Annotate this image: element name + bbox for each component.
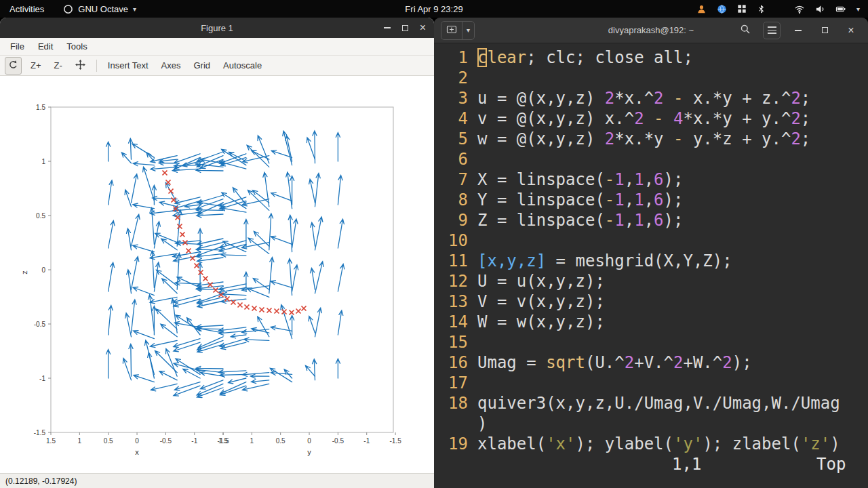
cursor-position: 1,1 <box>672 454 701 474</box>
zoom-out-button[interactable]: Z- <box>50 58 66 73</box>
terminal-line: 7X = linspace(-1,1,6); <box>438 169 868 190</box>
figure-menubar: File Edit Tools <box>0 38 434 56</box>
menu-tools[interactable]: Tools <box>60 40 93 53</box>
terminal-line: 18quiver3(x,y,z,U./Umag,V./Umag,W./Umag <box>438 393 868 413</box>
tick-label: 1.5 <box>218 437 228 445</box>
figure-titlebar[interactable]: Figure 1 × <box>0 18 434 38</box>
app-menu[interactable]: GNU Octave ▾ <box>63 4 136 14</box>
insert-text-button[interactable]: Insert Text <box>104 58 153 73</box>
autoscale-button[interactable]: Autoscale <box>219 58 266 73</box>
quiver-arrows <box>106 131 344 397</box>
terminal-line: 9Z = linspace(-1,1,6); <box>438 210 868 230</box>
terminal-line: 15 <box>438 332 868 352</box>
tick-label: -1 <box>191 437 197 445</box>
tick-label: -1.5 <box>34 429 46 436</box>
chevron-down-icon: ▾ <box>133 5 136 13</box>
terminal-headerbar[interactable]: ▾ divyaprakash@192: ~ × <box>434 18 868 43</box>
tick-label: -0.5 <box>34 321 46 328</box>
close-button[interactable]: × <box>842 22 860 39</box>
top-bar: Activities GNU Octave ▾ Fri Apr 9 23:29 <box>0 0 868 18</box>
scroll-position: Top <box>816 454 846 474</box>
system-menu-chevron-icon[interactable]: ▾ <box>856 5 860 13</box>
new-tab-button[interactable] <box>441 22 462 39</box>
tick-label: -0.5 <box>332 437 344 445</box>
terminal-line: 8Y = linspace(-1,1,6); <box>438 190 868 210</box>
tick-label: 1.5 <box>46 437 56 445</box>
terminal-line: 6 <box>438 149 868 169</box>
octave-app-icon <box>63 4 73 14</box>
terminal-line: 16Umag = sqrt(U.^2+V.^2+W.^2); <box>438 352 868 373</box>
tick-label: -1 <box>363 437 370 445</box>
user-indicator-icon[interactable] <box>696 4 707 14</box>
close-button[interactable]: × <box>420 22 426 33</box>
bluetooth-icon[interactable] <box>757 4 766 14</box>
menu-button[interactable] <box>763 22 781 39</box>
minimize-button[interactable] <box>789 22 807 39</box>
tab-list-chevron-icon[interactable]: ▾ <box>462 22 474 39</box>
activities-button[interactable]: Activities <box>9 4 44 14</box>
tick-label: 1 <box>78 437 82 445</box>
minimize-button[interactable] <box>384 27 391 28</box>
clock[interactable]: Fri Apr 9 23:29 <box>405 4 462 14</box>
hamburger-icon <box>768 26 776 34</box>
terminal-line: 12U = u(x,y,z); <box>438 271 868 291</box>
maximize-button[interactable] <box>402 25 408 31</box>
plot-svg[interactable]: 1.510.50-0.5-1-1.51.510.50-0.5-1-1.51.51… <box>0 76 434 473</box>
search-button[interactable] <box>736 22 754 39</box>
window-title: divyaprakash@192: ~ <box>608 25 694 35</box>
grid-button[interactable]: Grid <box>189 58 214 73</box>
terminal-body[interactable]: 1clear; clc; close all;23u = @(x,y,z) 2*… <box>434 43 868 488</box>
tick-label: -0.5 <box>160 437 172 445</box>
window-title: Figure 1 <box>201 23 233 33</box>
terminal-line: 11[x,y,z] = meshgrid(X,Y,Z); <box>438 251 868 271</box>
wifi-icon[interactable] <box>794 4 805 14</box>
tick-label: 0 <box>307 437 311 445</box>
app-grid-icon[interactable] <box>737 4 747 14</box>
terminal-line: 13V = v(x,y,z); <box>438 291 868 312</box>
terminal-line: 17 <box>438 373 868 393</box>
tick-label: 0 <box>41 266 45 274</box>
search-icon <box>740 24 751 37</box>
terminal-line: 10 <box>438 230 868 251</box>
pan-tool-button[interactable] <box>71 58 90 74</box>
terminal-line: 1clear; clc; close all; <box>438 47 868 68</box>
axes-button[interactable]: Axes <box>157 58 185 73</box>
terminal-line: 5w = @(x,y,z) 2*x.*y - y.*z + y.^2; <box>438 129 868 149</box>
app-menu-label: GNU Octave <box>78 4 128 14</box>
terminal-line: 14W = w(x,y,z); <box>438 312 868 332</box>
tick-label: 0 <box>135 437 139 445</box>
tick-label: 1 <box>250 437 254 445</box>
figure-statusbar: (0.12189, -0.17924) <box>0 473 434 488</box>
figure-window: Figure 1 × File Edit Tools Z+ Z- Insert … <box>0 18 434 488</box>
pan-icon <box>75 60 85 72</box>
network-globe-icon[interactable] <box>717 4 727 14</box>
figure-toolbar: Z+ Z- Insert Text Axes Grid Autoscale <box>0 56 434 76</box>
terminal-line: ) <box>438 413 868 434</box>
tick-label: 0.5 <box>36 212 45 220</box>
rotate-tool-button[interactable] <box>5 57 22 75</box>
new-tab-icon <box>446 24 457 37</box>
terminal-lines: 1clear; clc; close all;23u = @(x,y,z) 2*… <box>438 47 868 454</box>
y-axis-label: y <box>307 448 311 456</box>
volume-icon[interactable] <box>815 4 825 14</box>
x-axis-label: x <box>135 448 139 456</box>
tab-controls: ▾ <box>441 21 475 40</box>
menu-file[interactable]: File <box>4 40 31 53</box>
tick-label: 1 <box>41 158 45 165</box>
tick-label: 0.5 <box>104 437 113 445</box>
zoom-in-button[interactable]: Z+ <box>26 58 45 73</box>
battery-icon[interactable] <box>835 4 846 14</box>
terminal-line: 3u = @(x,y,z) 2*x.^2 - x.*y + z.^2; <box>438 88 868 108</box>
tick-label: 1.5 <box>36 104 45 111</box>
tick-label: -1.5 <box>389 437 401 445</box>
menu-edit[interactable]: Edit <box>32 40 59 53</box>
tick-label: -1 <box>39 375 45 382</box>
z-axis-label: z <box>20 270 28 274</box>
terminal-line: 2 <box>438 68 868 88</box>
toolbar-separator <box>96 60 97 72</box>
tick-label: 0.5 <box>276 437 285 445</box>
vim-ruler: 1,1 Top <box>438 454 868 474</box>
terminal-line: 4v = @(x,y,z) x.^2 - 4*x.*y + y.^2; <box>438 108 868 129</box>
maximize-button[interactable] <box>816 22 833 39</box>
rotate-icon <box>8 60 18 72</box>
